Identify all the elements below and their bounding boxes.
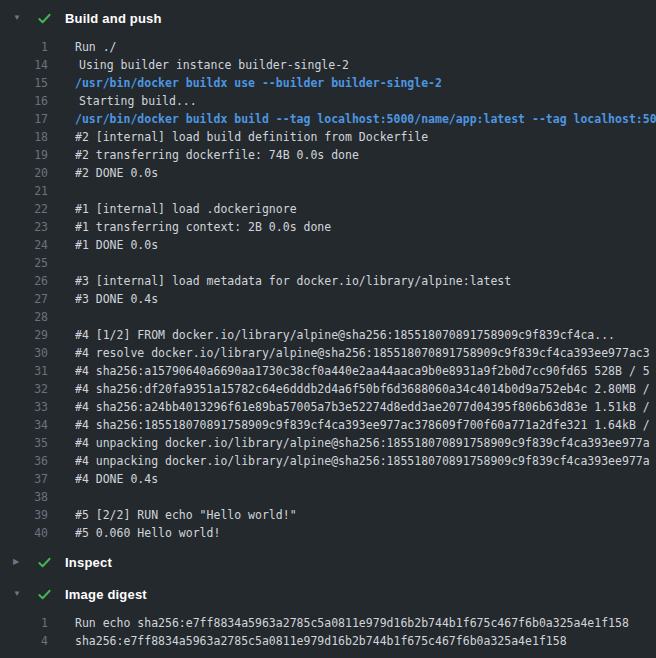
success-check-icon	[37, 554, 53, 570]
line-number[interactable]: 4	[0, 632, 48, 650]
line-number[interactable]: 1	[0, 614, 48, 632]
chevron-icon[interactable]: ▶	[13, 550, 25, 574]
line-text: Using builder instance builder-single-2	[75, 56, 656, 74]
line-number[interactable]: 36	[0, 452, 48, 470]
line-text: #4 unpacking docker.io/library/alpine@sh…	[75, 452, 656, 470]
line-number[interactable]: 40	[0, 524, 48, 542]
line-number[interactable]: 16	[0, 92, 48, 110]
line-text: #4 unpacking docker.io/library/alpine@sh…	[75, 434, 656, 452]
line-number[interactable]: 35	[0, 434, 48, 452]
line-number[interactable]: 38	[0, 488, 48, 506]
line-number[interactable]: 24	[0, 236, 48, 254]
line-number[interactable]: 18	[0, 128, 48, 146]
line-text: ▶Run ./	[75, 38, 656, 56]
line-text: #2 [internal] load build definition from…	[75, 128, 656, 146]
line-text: #4 resolve docker.io/library/alpine@sha2…	[75, 344, 656, 362]
log-line: 31 #4 sha256:a15790640a6690aa1730c38cf0a…	[0, 362, 656, 380]
section-header[interactable]: ▼ Image digest	[0, 582, 656, 606]
line-number[interactable]: 21	[0, 182, 48, 200]
line-number[interactable]: 34	[0, 416, 48, 434]
line-number[interactable]: 26	[0, 272, 48, 290]
log-line: 4 sha256:e7ff8834a5963a2785c5a0811e979d1…	[0, 632, 656, 650]
line-number[interactable]: 19	[0, 146, 48, 164]
line-text: /usr/bin/docker buildx use --builder bui…	[75, 74, 656, 92]
line-text: #4 DONE 0.4s	[75, 470, 656, 488]
success-check-icon	[37, 10, 53, 26]
line-text: ▶Run echo sha256:e7ff8834a5963a2785c5a08…	[75, 614, 656, 632]
line-text-content: #1 transferring context: 2B 0.0s done	[75, 220, 331, 234]
line-text: #2 DONE 0.0s	[75, 164, 656, 182]
line-text-content: Starting build...	[79, 94, 197, 108]
line-number[interactable]: 20	[0, 164, 48, 182]
log-line: 33 #4 sha256:a24bb4013296f61e89ba57005a7…	[0, 398, 656, 416]
line-text: #3 [internal] load metadata for docker.i…	[75, 272, 656, 290]
line-number[interactable]: 23	[0, 218, 48, 236]
line-text-content: #5 0.060 Hello world!	[75, 526, 220, 540]
line-number[interactable]: 15	[0, 74, 48, 92]
line-number[interactable]: 25	[0, 254, 48, 272]
line-text: #5 [2/2] RUN echo "Hello world!"	[75, 506, 656, 524]
line-number[interactable]: 17	[0, 110, 48, 128]
line-number[interactable]: 14	[0, 56, 48, 74]
log-line: 26 #3 [internal] load metadata for docke…	[0, 272, 656, 290]
line-text-content: #4 resolve docker.io/library/alpine@sha2…	[75, 346, 650, 360]
section-header[interactable]: ▶ Inspect	[0, 550, 656, 574]
line-number[interactable]: 22	[0, 200, 48, 218]
line-text: #5 0.060 Hello world!	[75, 524, 656, 542]
line-text-content: sha256:e7ff8834a5963a2785c5a0811e979d16b…	[75, 634, 567, 648]
line-text-content: #4 unpacking docker.io/library/alpine@sh…	[75, 436, 650, 450]
section-title: Image digest	[65, 587, 147, 602]
line-text-content: /usr/bin/docker buildx use --builder bui…	[75, 76, 442, 90]
log-line: 22 #1 [internal] load .dockerignore	[0, 200, 656, 218]
line-text: #3 DONE 0.4s	[75, 290, 656, 308]
log-line: 36 #4 unpacking docker.io/library/alpine…	[0, 452, 656, 470]
line-text	[75, 182, 656, 200]
log-line: 23 #1 transferring context: 2B 0.0s done	[0, 218, 656, 236]
workflow-log: ▼ Build and push 1 ▶Run ./ 14 Using buil…	[0, 0, 656, 658]
section-header[interactable]: ▼ Build and push	[0, 6, 656, 30]
log-line: 28	[0, 308, 656, 326]
line-number[interactable]: 1	[0, 38, 48, 56]
log-line: 30 #4 resolve docker.io/library/alpine@s…	[0, 344, 656, 362]
line-text-content: #4 DONE 0.4s	[75, 472, 158, 486]
line-text-content: #4 sha256:185518070891758909c9f839cf4ca3…	[75, 418, 650, 432]
log-line: 14 Using builder instance builder-single…	[0, 56, 656, 74]
line-number[interactable]: 27	[0, 290, 48, 308]
line-text-content: #4 sha256:df20fa9351a15782c64e6dddb2d4a6…	[75, 382, 650, 396]
line-text-content: #5 [2/2] RUN echo "Hello world!"	[75, 508, 297, 522]
line-number[interactable]: 33	[0, 398, 48, 416]
line-text-content: #1 DONE 0.0s	[75, 238, 158, 252]
log-line: 18 #2 [internal] load build definition f…	[0, 128, 656, 146]
line-text	[75, 254, 656, 272]
line-number[interactable]: 28	[0, 308, 48, 326]
log-line: 37 #4 DONE 0.4s	[0, 470, 656, 488]
log-line: 29 #4 [1/2] FROM docker.io/library/alpin…	[0, 326, 656, 344]
line-number[interactable]: 30	[0, 344, 48, 362]
line-text-content: #4 unpacking docker.io/library/alpine@sh…	[75, 454, 650, 468]
log-line: 1 ▶Run ./	[0, 38, 656, 56]
line-text-content: #3 DONE 0.4s	[75, 292, 158, 306]
line-text-content: #4 sha256:a24bb4013296f61e89ba57005a7b3e…	[75, 400, 650, 414]
line-text-content: Run ./	[75, 40, 117, 54]
line-text: /usr/bin/docker buildx build --tag local…	[75, 110, 656, 128]
chevron-icon[interactable]: ▼	[13, 582, 25, 606]
log-line: 24 #1 DONE 0.0s	[0, 236, 656, 254]
line-number[interactable]: 32	[0, 380, 48, 398]
log-line: 1 ▶Run echo sha256:e7ff8834a5963a2785c5a…	[0, 614, 656, 632]
line-text-content: #4 [1/2] FROM docker.io/library/alpine@s…	[75, 328, 615, 342]
line-text-content: #3 [internal] load metadata for docker.i…	[75, 274, 511, 288]
chevron-icon[interactable]: ▼	[13, 6, 25, 30]
line-text: #1 DONE 0.0s	[75, 236, 656, 254]
line-text: #4 sha256:a15790640a6690aa1730c38cf0a440…	[75, 362, 656, 380]
line-text-content: Run echo sha256:e7ff8834a5963a2785c5a081…	[75, 616, 629, 630]
line-text	[75, 488, 656, 506]
log-section: ▼ Image digest 1 ▶Run echo sha256:e7ff88…	[0, 582, 656, 658]
line-text-content: #2 DONE 0.0s	[75, 166, 158, 180]
section-body: 1 ▶Run echo sha256:e7ff8834a5963a2785c5a…	[0, 606, 656, 658]
line-number[interactable]: 29	[0, 326, 48, 344]
log-line: 16 Starting build...	[0, 92, 656, 110]
line-number[interactable]: 39	[0, 506, 48, 524]
line-text: #1 [internal] load .dockerignore	[75, 200, 656, 218]
line-number[interactable]: 37	[0, 470, 48, 488]
line-number[interactable]: 31	[0, 362, 48, 380]
